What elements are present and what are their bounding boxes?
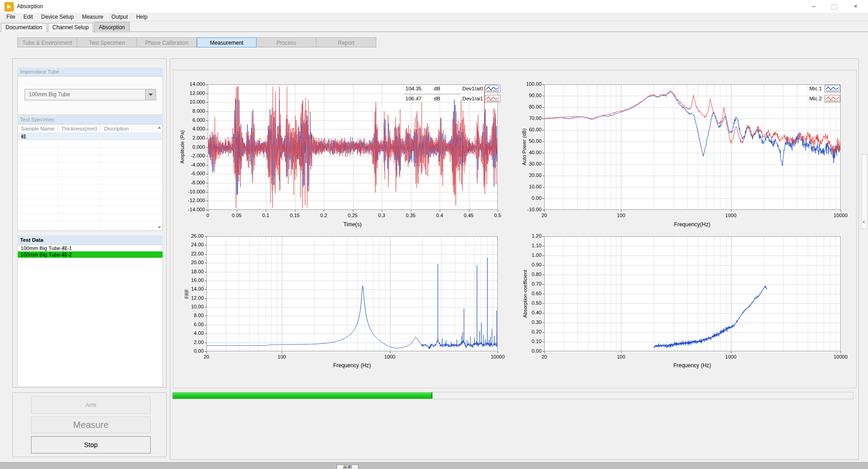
y-axis-title-absorption: Absorption coefficient xyxy=(522,270,528,318)
subtab-phase-calibration[interactable]: Phase Calibration xyxy=(137,37,197,47)
column-header-thickness-mm-: Thickness(mm) xyxy=(58,125,101,133)
impedance-tube-dropdown[interactable]: 100mm Big Tube xyxy=(25,89,156,100)
table-row-empty xyxy=(18,206,163,214)
table-cell xyxy=(58,199,101,206)
test-data-header: Test Data xyxy=(17,235,163,245)
table-row-empty xyxy=(18,199,163,206)
frf-chart xyxy=(180,228,507,365)
table-cell xyxy=(101,184,163,191)
side-splitter[interactable]: < xyxy=(861,154,868,229)
table-row-empty xyxy=(18,148,163,155)
table-cell xyxy=(58,170,101,177)
subtab-process[interactable]: Process xyxy=(257,37,316,47)
table-cell xyxy=(101,192,163,198)
waveform-legend-icon-red[interactable] xyxy=(485,95,500,103)
bottom-partial-tab[interactable]: 画图 xyxy=(337,464,358,469)
main-tab-bar: DocumentationChannel SetupAbsorption xyxy=(0,21,868,32)
subtab-measurement[interactable]: Measurement xyxy=(197,37,257,47)
waveform-legend-icon-blue[interactable] xyxy=(485,85,500,93)
test-data-list: 100mm Big Tube-棉-1100mm Big Tube-棉-2 xyxy=(17,245,163,387)
window-title: Absorption xyxy=(17,3,43,10)
title-bar: Absorption – × xyxy=(0,0,868,13)
measure-button[interactable]: Measure xyxy=(31,417,151,433)
table-cell xyxy=(18,177,58,184)
dropdown-button[interactable] xyxy=(145,89,156,100)
bottom-strip: 画图 xyxy=(0,462,868,469)
test-data-item[interactable]: 100mm Big Tube-棉-1 xyxy=(18,245,163,251)
table-cell xyxy=(101,228,163,231)
table-cell xyxy=(18,221,58,228)
waveform-legend-icon-mic1[interactable] xyxy=(825,85,840,93)
menu-bar: FileEditDevice SetupMeasureOutputHelp xyxy=(0,13,868,21)
minimize-button[interactable]: – xyxy=(806,0,821,13)
labview-app-icon xyxy=(5,2,14,11)
table-cell xyxy=(58,184,101,191)
table-cell xyxy=(18,170,58,177)
scroll-down-icon[interactable] xyxy=(158,226,161,229)
level-value-ai0: 104.35 xyxy=(405,86,421,91)
table-row-empty xyxy=(18,192,163,199)
impedance-tube-box: 100mm Big Tube xyxy=(17,76,163,115)
table-cell xyxy=(18,141,58,147)
level-unit-ai1: dB xyxy=(434,96,440,101)
x-axis-title-frequency-2: Frequency (Hz) xyxy=(333,362,371,369)
table-cell xyxy=(101,162,163,169)
tab-channel-setup[interactable]: Channel Setup xyxy=(48,23,93,32)
y-axis-title-frf: FRF xyxy=(184,289,189,298)
table-cell xyxy=(18,206,58,213)
app-window: Absorption – × FileEditDevice SetupMeasu… xyxy=(0,0,868,469)
scroll-up-icon[interactable] xyxy=(158,126,161,129)
table-row-empty xyxy=(18,228,163,231)
menu-output[interactable]: Output xyxy=(107,13,132,21)
table-cell xyxy=(18,162,58,169)
table-row-empty xyxy=(18,214,163,221)
table-cell xyxy=(58,192,101,198)
subtab-test-specimen[interactable]: Test Specimen xyxy=(77,37,137,47)
tab-documentation[interactable]: Documentation xyxy=(1,23,47,32)
progress-bar xyxy=(172,392,853,399)
table-row-empty xyxy=(18,170,163,177)
menu-device-setup[interactable]: Device Setup xyxy=(37,13,78,21)
table-cell xyxy=(58,221,101,228)
waveform-legend-icon-mic2[interactable] xyxy=(825,95,840,103)
close-button[interactable]: × xyxy=(848,0,863,13)
table-cell xyxy=(58,206,101,213)
table-cell xyxy=(101,177,163,184)
table-row-empty xyxy=(18,184,163,192)
table-cell xyxy=(101,170,163,177)
stop-button[interactable]: Stop xyxy=(31,436,151,453)
table-header-row: Sample NameThickness(mm)Discription xyxy=(18,125,163,133)
legend-label-dev1-ai1: Dev1/ai1 xyxy=(455,96,483,101)
sidebar-panel: Impendace Tube 100mm Big Tube Test Speci… xyxy=(12,58,167,388)
menu-measure[interactable]: Measure xyxy=(78,13,107,21)
table-cell xyxy=(58,155,101,162)
table-cell xyxy=(101,148,163,155)
play-arrow-icon xyxy=(7,5,11,9)
x-axis-title-frequency-3: Frequency (Hz) xyxy=(673,362,711,369)
legend-label-mic1: Mic 1 xyxy=(794,86,822,91)
test-specimen-table: Sample NameThickness(mm)Discription 棉 xyxy=(17,124,163,231)
column-header-discription: Discription xyxy=(101,125,163,133)
menu-help[interactable]: Help xyxy=(132,13,152,21)
subtab-tube-environment[interactable]: Tube & Environment xyxy=(17,37,77,47)
table-row-empty xyxy=(18,155,163,162)
maximize-button[interactable] xyxy=(826,0,842,13)
table-cell xyxy=(18,199,58,206)
test-data-item[interactable]: 100mm Big Tube-棉-2 xyxy=(18,251,163,258)
legend-divider xyxy=(404,94,461,94)
y-axis-title-amplitude: Amplitude (Pa) xyxy=(179,130,185,164)
menu-file[interactable]: File xyxy=(2,13,19,21)
menu-edit[interactable]: Edit xyxy=(19,13,37,21)
level-unit-ai0: dB xyxy=(434,86,440,91)
test-specimen-header: Test Specimen xyxy=(17,115,163,124)
arm-button[interactable]: Arm xyxy=(31,396,151,414)
table-cell xyxy=(101,133,163,140)
table-cell: 棉 xyxy=(18,133,58,140)
table-cell xyxy=(18,214,58,220)
tab-absorption[interactable]: Absorption xyxy=(94,22,129,32)
table-cell xyxy=(101,155,163,162)
table-cell xyxy=(58,133,101,140)
table-cell xyxy=(18,192,58,198)
table-row[interactable]: 棉 xyxy=(18,133,163,141)
subtab-report[interactable]: Report xyxy=(316,37,376,47)
